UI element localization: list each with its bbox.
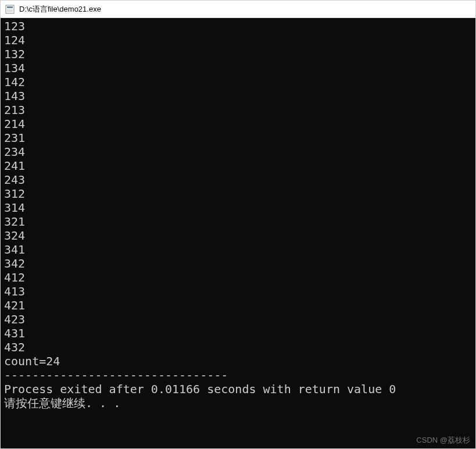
console-line: 213 bbox=[4, 103, 472, 117]
console-line: 314 bbox=[4, 201, 472, 215]
svg-rect-1 bbox=[7, 6, 13, 8]
console-line: 231 bbox=[4, 131, 472, 145]
console-line: 124 bbox=[4, 33, 472, 47]
console-line: 342 bbox=[4, 256, 472, 270]
console-line: 413 bbox=[4, 284, 472, 298]
console-line: 312 bbox=[4, 187, 472, 201]
console-line: 421 bbox=[4, 298, 472, 312]
console-line: 432 bbox=[4, 340, 472, 354]
app-icon bbox=[5, 5, 15, 14]
console-line: 243 bbox=[4, 173, 472, 187]
console-line: 214 bbox=[4, 117, 472, 131]
console-line: 请按任意键继续. . . bbox=[4, 396, 472, 410]
console-line: 321 bbox=[4, 215, 472, 229]
console-output[interactable]: 1231241321341421432132142312342412433123… bbox=[1, 18, 475, 448]
console-line: 412 bbox=[4, 270, 472, 284]
console-line: 423 bbox=[4, 312, 472, 326]
console-line: Process exited after 0.01166 seconds wit… bbox=[4, 382, 472, 396]
watermark: CSDN @荔枝杉 bbox=[416, 435, 470, 446]
console-line: 123 bbox=[4, 19, 472, 33]
console-line: count=24 bbox=[4, 354, 472, 368]
window-title: D:\c语言file\demo21.exe bbox=[19, 4, 101, 15]
console-line: 143 bbox=[4, 89, 472, 103]
console-line: -------------------------------- bbox=[4, 368, 472, 382]
console-line: 324 bbox=[4, 229, 472, 243]
console-line: 241 bbox=[4, 159, 472, 173]
svg-rect-2 bbox=[7, 9, 13, 12]
console-line: 132 bbox=[4, 47, 472, 61]
console-line: 234 bbox=[4, 145, 472, 159]
console-line: 142 bbox=[4, 75, 472, 89]
console-line: 341 bbox=[4, 243, 472, 256]
console-line: 134 bbox=[4, 61, 472, 75]
console-window: D:\c语言file\demo21.exe 123124132134142143… bbox=[0, 0, 476, 449]
titlebar[interactable]: D:\c语言file\demo21.exe bbox=[1, 1, 475, 18]
console-line: 431 bbox=[4, 326, 472, 340]
